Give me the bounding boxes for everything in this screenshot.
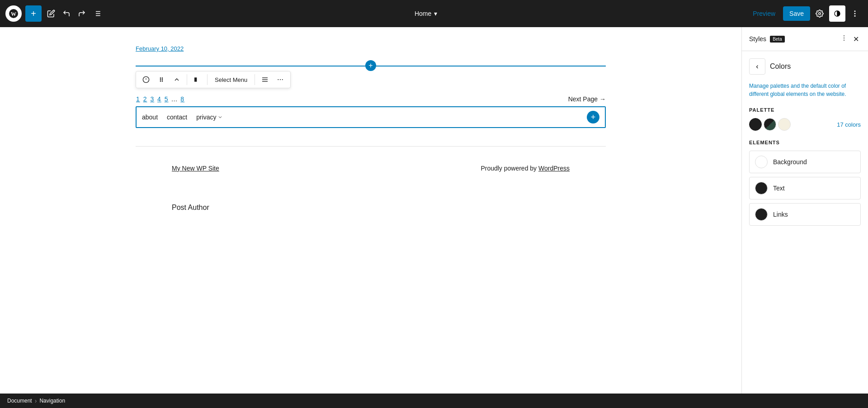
undo-icon	[62, 9, 71, 18]
text-label: Text	[773, 185, 785, 192]
justify-icon	[261, 76, 269, 83]
page-8-link[interactable]: 8	[180, 95, 184, 103]
styles-sidebar: Styles Beta ✕ ‹ Colors	[741, 27, 868, 408]
nav-privacy[interactable]: privacy	[196, 114, 222, 121]
sidebar-header-actions: ✕	[839, 33, 861, 45]
panel-back-row: ‹ Colors	[749, 58, 861, 75]
panel-description: Manage palettes and the default color of…	[749, 82, 861, 98]
swatch-dark-split[interactable]	[764, 118, 776, 131]
element-background[interactable]: Background	[749, 151, 861, 173]
undo-button[interactable]	[59, 6, 74, 21]
links-label: Links	[773, 211, 788, 218]
chevron-down-nav-icon	[217, 114, 223, 120]
svg-point-10	[854, 10, 856, 12]
pencil-icon	[47, 9, 55, 18]
pagination-ellipsis: …	[171, 95, 178, 103]
background-swatch	[755, 156, 768, 168]
editor-area: February 10, 2022 +	[0, 27, 741, 408]
page-5-link[interactable]: 5	[165, 95, 169, 103]
block-type-button[interactable]	[139, 73, 153, 86]
gear-icon	[816, 9, 824, 18]
sidebar-header: Styles Beta ✕	[742, 27, 868, 51]
palette-section-label: PALETTE	[749, 107, 861, 113]
element-text[interactable]: Text	[749, 177, 861, 199]
powered-by-text: Proudly powered by WordPress	[481, 165, 570, 172]
sidebar-more-options-button[interactable]	[839, 33, 849, 45]
svg-point-8	[819, 13, 821, 15]
wordpress-link[interactable]: WordPress	[538, 165, 570, 172]
palette-row: 17 colors	[749, 118, 861, 131]
page-1-link[interactable]: 1	[136, 95, 140, 103]
block-inserter-line: +	[136, 66, 606, 66]
palette-count[interactable]: 17 colors	[837, 121, 861, 128]
svg-point-12	[854, 15, 856, 17]
toolbar-divider	[187, 74, 187, 85]
insert-block-button[interactable]: +	[365, 60, 376, 71]
arrows-updown-icon	[173, 76, 180, 83]
move-up-down-button[interactable]	[170, 73, 184, 86]
swatch-black[interactable]	[749, 118, 762, 131]
svg-rect-22	[194, 77, 197, 81]
back-button[interactable]: ‹	[749, 58, 765, 75]
nav-add-item-button[interactable]: +	[587, 111, 599, 123]
plus-icon: +	[31, 9, 36, 19]
select-menu-button[interactable]: Select Menu	[210, 74, 252, 86]
background-label: Background	[773, 158, 807, 166]
svg-point-18	[160, 81, 160, 81]
svg-point-30	[844, 38, 844, 38]
swatch-cream[interactable]	[778, 118, 791, 131]
svg-point-11	[854, 13, 856, 14]
sidebar-title: Styles	[749, 35, 766, 43]
sidebar-close-button[interactable]: ✕	[851, 33, 861, 45]
redo-button[interactable]	[74, 6, 90, 21]
page-4-link[interactable]: 4	[157, 95, 161, 103]
svg-point-19	[162, 78, 162, 78]
elements-section-label: ELEMENTS	[749, 140, 861, 145]
alignment-button[interactable]	[190, 73, 204, 86]
main-content: February 10, 2022 +	[0, 27, 868, 408]
list-view-button[interactable]	[90, 6, 105, 21]
chevron-down-icon: ▾	[434, 10, 437, 17]
drag-handle-button[interactable]	[154, 73, 169, 86]
next-page-link[interactable]: Next Page →	[568, 95, 606, 103]
drag-icon	[158, 76, 165, 83]
next-page-label: Next Page	[568, 95, 598, 103]
post-date[interactable]: February 10, 2022	[136, 45, 606, 52]
settings-button[interactable]	[812, 6, 827, 21]
breadcrumb-separator: ›	[35, 397, 37, 404]
svg-point-21	[162, 81, 162, 81]
links-swatch	[755, 208, 768, 221]
page-3-link[interactable]: 3	[150, 95, 154, 103]
svg-point-27	[280, 79, 281, 80]
preview-button[interactable]: Preview	[747, 7, 781, 20]
add-block-button[interactable]: +	[25, 5, 42, 22]
contrast-button[interactable]	[829, 5, 845, 22]
colors-panel: ‹ Colors Manage palettes and the default…	[742, 51, 868, 237]
chevron-left-icon: ‹	[756, 62, 758, 71]
svg-point-26	[278, 79, 279, 80]
nav-items: about contact privacy	[142, 114, 223, 121]
nav-about[interactable]: about	[142, 114, 158, 121]
more-block-options-button[interactable]	[273, 73, 288, 86]
edit-button[interactable]	[43, 6, 59, 21]
page-title-label: Home	[415, 10, 431, 17]
svg-point-16	[160, 78, 160, 78]
ellipsis-icon	[277, 76, 284, 83]
site-name-link[interactable]: My New WP Site	[172, 165, 219, 172]
text-swatch	[755, 182, 768, 195]
page-2-link[interactable]: 2	[143, 95, 147, 103]
post-author-label: Post Author	[172, 204, 209, 211]
breadcrumb-navigation[interactable]: Navigation	[39, 398, 65, 404]
palette-swatches	[749, 118, 791, 131]
element-links[interactable]: Links	[749, 203, 861, 226]
more-options-button[interactable]	[847, 6, 863, 21]
save-button[interactable]: Save	[783, 6, 810, 21]
toolbar-divider-2	[207, 74, 208, 85]
justify-button[interactable]	[258, 73, 272, 86]
ellipsis-vertical-sidebar-icon	[840, 34, 848, 42]
page-title-button[interactable]: Home ▾	[409, 7, 443, 20]
nav-contact[interactable]: contact	[167, 114, 187, 121]
breadcrumb-document[interactable]: Document	[7, 398, 32, 404]
arrow-right-icon: →	[599, 95, 606, 103]
block-toolbar: Select Menu	[136, 71, 291, 88]
